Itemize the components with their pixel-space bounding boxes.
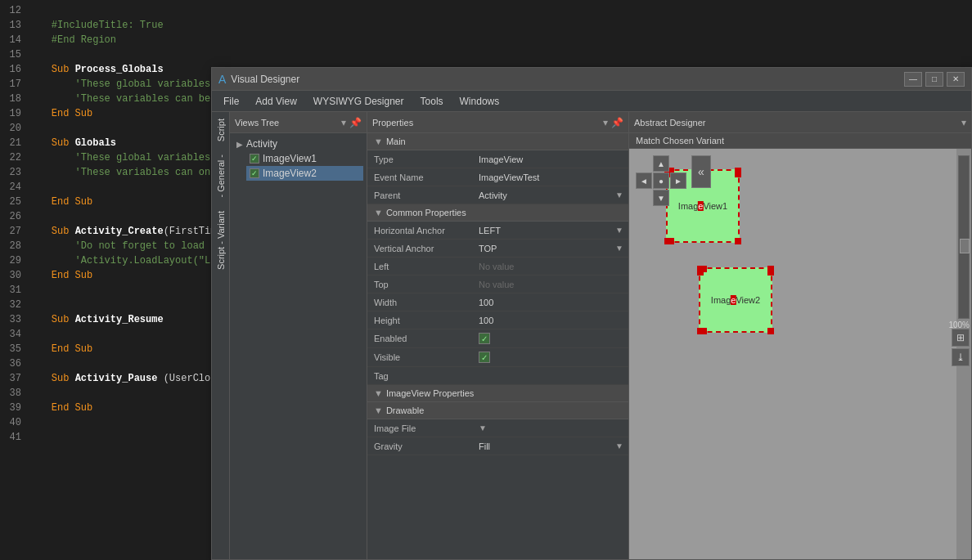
prop-parent[interactable]: Parent Activity ▼ (367, 186, 628, 204)
handle-mr[interactable] (735, 171, 741, 177)
properties-panel: Properties ▾ 📌 ▼ Main Type ImageView Eve… (367, 112, 629, 559)
close-button[interactable]: ✕ (947, 72, 965, 87)
section-drawable-arrow: ▼ (374, 405, 383, 415)
handle-bc[interactable] (668, 238, 674, 244)
menu-windows[interactable]: Windows (452, 93, 508, 110)
abstract-header: Abstract Designer ▾ (629, 112, 971, 133)
prop-vertical-anchor[interactable]: Vertical Anchor TOP ▼ (367, 240, 628, 258)
handle-br[interactable] (735, 238, 741, 244)
prop-image-file[interactable]: Image File ▼ (367, 419, 628, 437)
properties-content: ▼ Main Type ImageView Event Name ImageVi… (367, 133, 628, 559)
abstract-canvas[interactable]: ImageView1 ImageView2 (629, 149, 971, 559)
enabled-checkbox[interactable]: ✓ (479, 333, 490, 344)
menubar: File Add View WYSIWYG Designer Tools Win… (212, 91, 971, 112)
section-common-arrow: ▼ (374, 208, 383, 217)
handle2-br[interactable] (767, 328, 774, 334)
visible-checkbox[interactable]: ✓ (479, 352, 490, 363)
prop-h-anchor-label: Horizontal Anchor (367, 224, 474, 237)
section-main-arrow: ▼ (374, 137, 383, 146)
prop-left[interactable]: Left No value (367, 258, 628, 276)
code-line: 15 (0, 47, 972, 62)
tab-script[interactable]: Script (213, 112, 229, 148)
menu-add-view[interactable]: Add View (247, 93, 304, 110)
prop-image-file-label: Image File (367, 422, 474, 435)
tree-item-imageview2[interactable]: ✓ ImageView2 (246, 166, 363, 181)
prop-parent-label: Parent (367, 189, 474, 202)
tree-item-activity[interactable]: ▶ Activity (233, 137, 363, 151)
tree-activity-label: Activity (246, 138, 277, 150)
prop-height-label: Height (367, 314, 474, 327)
imageview1-checkbox[interactable]: ✓ (250, 154, 259, 164)
prop-visible[interactable]: Visible ✓ (367, 348, 628, 367)
prop-height[interactable]: Height 100 (367, 311, 628, 329)
prop-gravity[interactable]: Gravity Fill ▼ (367, 437, 628, 455)
section-main[interactable]: ▼ Main (367, 133, 628, 150)
h-anchor-dropdown-icon: ▼ (615, 226, 623, 235)
prop-event-name[interactable]: Event Name ImageViewTest (367, 168, 628, 186)
section-common[interactable]: ▼ Common Properties (367, 204, 628, 222)
enabled-check-mark: ✓ (481, 334, 488, 343)
abstract-expand-icon[interactable]: ▾ (961, 117, 966, 128)
back-nav-button[interactable]: « (691, 155, 711, 188)
download-button[interactable]: ⤓ (952, 348, 970, 366)
section-imageview[interactable]: ▼ ImageView Properties (367, 385, 628, 402)
zoom-track[interactable] (958, 155, 970, 319)
prop-left-value: No value (474, 260, 628, 273)
nav-center-button[interactable]: ● (653, 172, 669, 189)
prop-height-value: 100 (474, 314, 628, 327)
handle2-mr[interactable] (767, 269, 774, 276)
nav-down-button[interactable]: ▼ (653, 190, 669, 206)
panel-header-icons: ▾ 📌 (341, 117, 362, 128)
prop-top[interactable]: Top No value (367, 276, 628, 293)
prop-enabled[interactable]: Enabled ✓ (367, 329, 628, 348)
prop-top-value: No value (474, 278, 628, 291)
nav-empty-bl (636, 190, 652, 206)
zoom-thumb[interactable] (960, 239, 970, 253)
handle2-bc[interactable] (700, 328, 707, 334)
maximize-button[interactable]: □ (925, 72, 943, 87)
nav-up-button[interactable]: ▲ (653, 155, 669, 172)
menu-wysiwyg[interactable]: WYSIWYG Designer (305, 93, 412, 110)
imageview2-checkbox[interactable]: ✓ (250, 168, 259, 178)
prop-width[interactable]: Width 100 (367, 293, 628, 311)
sidebar-tabs: Script - General - Script - Variant (212, 112, 230, 559)
views-tree-header: Views Tree ▾ 📌 (230, 112, 367, 133)
properties-pin-icon[interactable]: 📌 (611, 117, 623, 128)
prop-enabled-label: Enabled (367, 332, 474, 345)
prop-left-label: Left (367, 260, 474, 273)
tab-general[interactable]: - General - (213, 148, 229, 204)
prop-tag-label: Tag (367, 370, 474, 383)
code-line: 13 #IncludeTitle: True (0, 18, 972, 33)
designer-canvas[interactable]: ImageView1 ImageView2 (629, 149, 956, 559)
nav-left-button[interactable]: ◄ (636, 172, 652, 189)
nav-right-button[interactable]: ► (670, 172, 686, 189)
views-tree-arrow-icon[interactable]: ▾ (341, 117, 346, 128)
menu-tools[interactable]: Tools (412, 93, 452, 110)
prop-type[interactable]: Type ImageView (367, 150, 628, 168)
prop-gravity-value: Fill ▼ (474, 440, 628, 453)
views-tree-panel: Views Tree ▾ 📌 ▶ Activity ✓ ImageView (230, 112, 367, 559)
match-variant-label: Match Chosen Variant (636, 136, 724, 146)
gravity-dropdown-icon: ▼ (615, 441, 623, 450)
image-file-dropdown-icon: ▼ (479, 423, 487, 432)
nav-pad: ▲ ◄ ● ► ▼ (636, 155, 686, 206)
minimize-button[interactable]: — (904, 72, 922, 87)
design-imageview2[interactable]: ImageView2 (699, 267, 772, 333)
handle2-ml[interactable] (697, 269, 704, 276)
views-tree-pin-icon[interactable]: 📌 (349, 117, 362, 128)
prop-horizontal-anchor[interactable]: Horizontal Anchor LEFT ▼ (367, 222, 628, 240)
code-line: 14 #End Region (0, 33, 972, 47)
tree-item-imageview1[interactable]: ✓ ImageView1 (246, 151, 363, 166)
prop-type-label: Type (367, 153, 474, 166)
prop-v-anchor-value: TOP ▼ (474, 242, 628, 255)
prop-tag[interactable]: Tag (367, 367, 628, 385)
imageview2-check: ✓ (251, 169, 258, 177)
section-drawable[interactable]: ▼ Drawable (367, 402, 628, 419)
tab-variant[interactable]: Script - Variant (213, 204, 229, 276)
prop-header-icons: ▾ 📌 (603, 117, 623, 128)
add-view-button[interactable]: ⊞ (952, 329, 970, 347)
menu-file[interactable]: File (215, 93, 247, 110)
parent-dropdown-icon: ▼ (615, 190, 623, 199)
design-imageview2-text: ImageView2 (711, 295, 760, 305)
properties-arrow-icon[interactable]: ▾ (603, 117, 608, 128)
